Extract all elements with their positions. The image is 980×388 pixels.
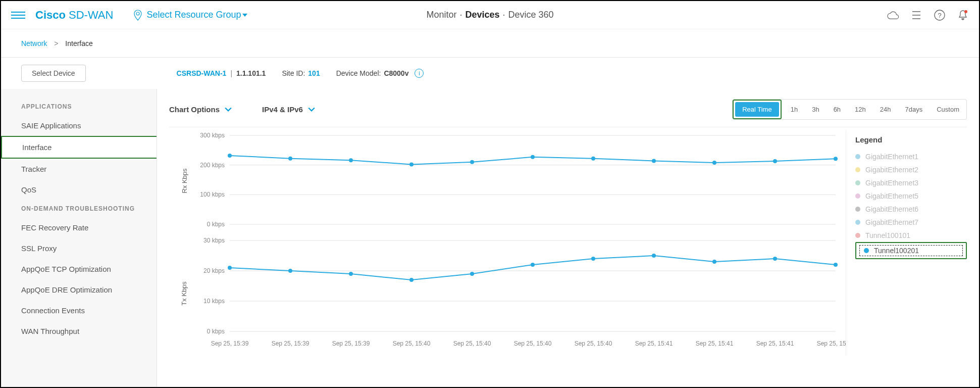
device-model-value: C8000v: [384, 69, 408, 77]
legend-item[interactable]: GigabitEthernet1: [855, 150, 967, 163]
svg-point-14: [409, 162, 414, 166]
time-opt-custom[interactable]: Custom: [930, 102, 966, 117]
svg-point-40: [834, 263, 838, 267]
cloud-icon[interactable]: [887, 9, 899, 21]
svg-text:Sep 25, 15:39: Sep 25, 15:39: [332, 340, 370, 347]
legend-label: GigabitEthernet3: [865, 179, 918, 187]
legend-item[interactable]: GigabitEthernet3: [855, 176, 967, 189]
bell-icon[interactable]: [957, 9, 969, 21]
time-opt-3h[interactable]: 3h: [805, 102, 826, 117]
svg-point-15: [470, 160, 474, 164]
legend-item[interactable]: GigabitEthernet7: [855, 216, 967, 229]
svg-point-16: [531, 155, 535, 159]
sidebar-item-tracker[interactable]: Tracker: [1, 159, 157, 179]
svg-point-36: [591, 257, 595, 261]
svg-text:Sep 25, 15:41: Sep 25, 15:41: [817, 340, 846, 347]
legend-item[interactable]: GigabitEthernet2: [855, 163, 967, 176]
svg-point-35: [531, 263, 535, 267]
svg-point-12: [288, 157, 292, 161]
legend-item[interactable]: GigabitEthernet6: [855, 203, 967, 216]
svg-point-19: [712, 161, 716, 165]
sidebar-item-wan-throughput[interactable]: WAN Throughput: [1, 321, 157, 342]
sidebar-item-conn-events[interactable]: Connection Events: [1, 300, 157, 321]
sidebar-item-qos[interactable]: QoS: [1, 179, 157, 200]
breadcrumb-current: Interface: [65, 39, 92, 47]
realtime-highlight: Real Time: [733, 100, 782, 119]
legend-dot-icon: [855, 207, 860, 212]
svg-point-2: [964, 10, 967, 13]
legend-dot-icon: [855, 180, 860, 185]
select-device-button[interactable]: Select Device: [21, 65, 86, 82]
legend-panel: Legend GigabitEthernet1GigabitEthernet2G…: [846, 130, 967, 356]
device-ip: 1.1.101.1: [236, 69, 266, 77]
sidebar-item-dre-opt[interactable]: AppQoE DRE Optimization: [1, 279, 157, 300]
svg-point-34: [470, 272, 474, 276]
sidebar-item-tcp-opt[interactable]: AppQoE TCP Optimization: [1, 259, 157, 279]
device-name[interactable]: CSRSD-WAN-1: [177, 69, 227, 77]
svg-point-33: [409, 278, 414, 282]
chart-options-button[interactable]: Chart Options: [169, 105, 232, 114]
sidebar-item-ssl[interactable]: SSL Proxy: [1, 238, 157, 259]
legend-label: GigabitEthernet2: [865, 166, 918, 174]
caret-down-icon: [242, 14, 247, 17]
svg-text:0 kbps: 0 kbps: [207, 221, 225, 228]
tx-ylabel: Tx Kbps: [180, 281, 188, 306]
svg-point-31: [288, 269, 292, 273]
time-range-selector: Real Time 1h 3h 6h 12h 24h 7days Custom: [732, 99, 967, 120]
svg-point-30: [228, 266, 232, 270]
rx-chart[interactable]: 0 kbps100 kbps200 kbps300 kbps: [194, 130, 846, 231]
tx-chart[interactable]: 0 kbps10 kbps20 kbps30 kbpsSep 25, 15:39…: [194, 235, 846, 352]
legend-highlight: Tunnel100201: [855, 242, 967, 259]
time-opt-24h[interactable]: 24h: [873, 102, 898, 117]
chevron-down-icon: [225, 106, 232, 113]
help-icon[interactable]: ?: [934, 9, 946, 21]
legend-item[interactable]: Tunnel100201: [859, 245, 963, 256]
legend-label: GigabitEthernet7: [865, 218, 918, 226]
legend-dot-icon: [855, 233, 860, 238]
svg-text:20 kbps: 20 kbps: [203, 267, 225, 274]
svg-text:Sep 25, 15:41: Sep 25, 15:41: [635, 340, 673, 347]
breadcrumb-network-link[interactable]: Network: [21, 39, 47, 47]
svg-text:Sep 25, 15:40: Sep 25, 15:40: [575, 340, 612, 347]
svg-text:30 kbps: 30 kbps: [203, 237, 225, 244]
ip-filter-button[interactable]: IPv4 & IPv6: [262, 105, 315, 114]
legend-label: GigabitEthernet6: [865, 205, 918, 213]
legend-dot-icon: [864, 248, 869, 253]
top-bar: Cisco SD-WAN Select Resource Group Monit…: [1, 1, 979, 29]
sidebar-section-troubleshooting: ON-DEMAND TROUBLESHOOTING: [1, 200, 157, 217]
sidebar-item-saie[interactable]: SAIE Applications: [1, 115, 157, 136]
tx-chart-block: Tx Kbps 0 kbps10 kbps20 kbps30 kbpsSep 2…: [169, 235, 846, 352]
time-opt-6h[interactable]: 6h: [827, 102, 848, 117]
svg-text:300 kbps: 300 kbps: [200, 132, 225, 139]
tasks-icon[interactable]: [910, 9, 922, 21]
svg-text:Sep 25, 15:41: Sep 25, 15:41: [696, 340, 734, 347]
sidebar-item-interface[interactable]: Interface: [1, 136, 157, 159]
svg-text:Sep 25, 15:39: Sep 25, 15:39: [211, 340, 249, 347]
time-opt-12h[interactable]: 12h: [848, 102, 873, 117]
info-icon[interactable]: i: [415, 69, 424, 78]
svg-point-13: [349, 158, 353, 162]
svg-text:200 kbps: 200 kbps: [200, 162, 225, 169]
svg-text:Sep 25, 15:40: Sep 25, 15:40: [514, 340, 552, 347]
hamburger-icon[interactable]: [11, 8, 25, 22]
resource-group-selector[interactable]: Select Resource Group: [133, 10, 251, 21]
sidebar: APPLICATIONS SAIE Applications Interface…: [1, 89, 157, 388]
site-id-label: Site ID:: [282, 69, 305, 77]
time-opt-1h[interactable]: 1h: [784, 102, 805, 117]
time-opt-7days[interactable]: 7days: [898, 102, 930, 117]
legend-item[interactable]: GigabitEthernet5: [855, 189, 967, 203]
legend-item[interactable]: Tunnel100101: [855, 229, 967, 242]
chart-toolbar: Chart Options IPv4 & IPv6 Real Time 1h 3…: [169, 99, 967, 120]
site-id-value: 101: [308, 69, 320, 77]
sidebar-item-fec[interactable]: FEC Recovery Rate: [1, 217, 157, 238]
sub-header: Network > Interface: [1, 29, 979, 58]
sidebar-section-applications: APPLICATIONS: [1, 98, 157, 115]
legend-title: Legend: [855, 135, 967, 144]
time-opt-realtime[interactable]: Real Time: [735, 102, 779, 117]
svg-point-20: [773, 159, 777, 163]
svg-text:10 kbps: 10 kbps: [203, 298, 225, 305]
brand-logo: Cisco SD-WAN: [35, 9, 113, 22]
svg-text:0 kbps: 0 kbps: [207, 328, 225, 335]
legend-dot-icon: [855, 193, 860, 199]
legend-dot-icon: [855, 154, 860, 159]
